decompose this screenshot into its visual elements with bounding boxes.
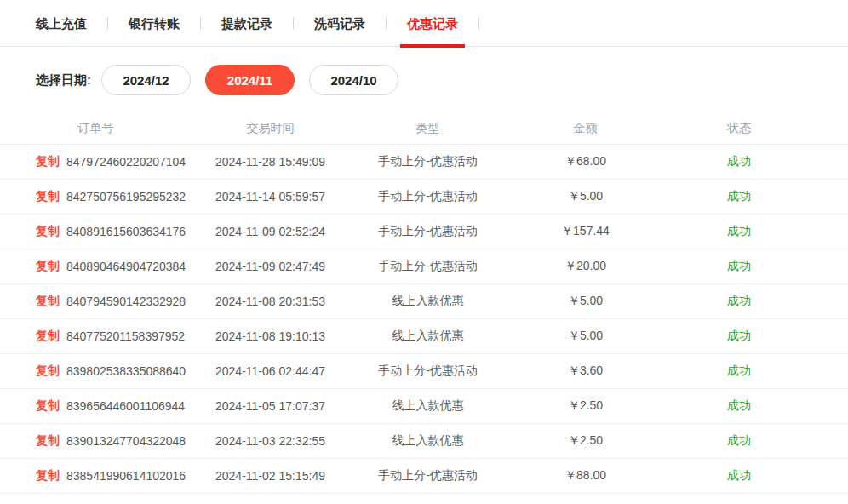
amount-value: ￥20.00	[507, 259, 664, 274]
tab-divider	[293, 17, 294, 30]
header-transaction-time: 交易时间	[192, 121, 349, 136]
transaction-time: 2024-11-28 15:49:09	[192, 155, 349, 169]
transaction-time: 2024-11-02 15:15:49	[192, 469, 349, 483]
table-row: 复制8385419906141020162024-11-02 15:15:49手…	[0, 459, 848, 494]
transaction-type: 手动上分-优惠活动	[349, 259, 507, 274]
transaction-type: 线上入款优惠	[349, 329, 507, 344]
status-value: 成功	[664, 224, 814, 239]
amount-value: ￥5.00	[507, 189, 664, 204]
transaction-time: 2024-11-09 02:52:24	[192, 225, 349, 238]
promo-records-table: 订单号 交易时间 类型 金额 状态 复制84797246022020710420…	[0, 113, 848, 494]
copy-button[interactable]: 复制	[36, 154, 60, 169]
transaction-type: 线上入款优惠	[349, 294, 507, 309]
copy-button[interactable]: 复制	[36, 433, 60, 449]
order-number: 847972460220207104	[66, 155, 186, 169]
table-row: 复制8398025383350886402024-11-06 02:44:47手…	[0, 354, 848, 389]
table-row: 复制8407945901423329282024-11-08 20:31:53线…	[0, 284, 848, 319]
transaction-time: 2024-11-03 22:32:55	[192, 434, 349, 448]
date-button-2024-12[interactable]: 2024/12	[101, 65, 191, 95]
date-button-2024-11[interactable]: 2024/11	[205, 65, 295, 95]
transaction-type: 手动上分-优惠活动	[349, 364, 507, 379]
date-filter: 选择日期: 2024/12 2024/11 2024/10	[0, 65, 848, 95]
tab-divider	[386, 17, 387, 30]
tab-divider	[107, 17, 108, 30]
copy-button[interactable]: 复制	[36, 329, 60, 344]
status-value: 成功	[664, 259, 814, 274]
copy-button[interactable]: 复制	[36, 398, 60, 414]
transaction-type: 线上入款优惠	[349, 398, 507, 414]
tab-divider	[478, 17, 479, 30]
status-value: 成功	[664, 189, 814, 204]
amount-value: ￥5.00	[507, 294, 664, 309]
tab-withdrawal-records[interactable]: 提款记录	[221, 0, 272, 47]
amount-value: ￥2.50	[507, 398, 664, 414]
status-value: 成功	[664, 154, 814, 169]
transaction-time: 2024-11-09 02:47:49	[192, 260, 349, 273]
transaction-time: 2024-11-06 02:44:47	[192, 364, 349, 378]
transaction-type: 手动上分-优惠活动	[349, 189, 507, 204]
transaction-type: 手动上分-优惠活动	[349, 468, 507, 484]
transaction-time: 2024-11-08 19:10:13	[192, 329, 349, 343]
order-number: 840890464904720384	[66, 260, 186, 273]
status-value: 成功	[664, 364, 814, 379]
amount-value: ￥157.44	[507, 224, 664, 239]
status-value: 成功	[664, 433, 814, 449]
header-amount: 金额	[507, 121, 664, 136]
table-body: 复制8479724602202071042024-11-28 15:49:09手…	[0, 145, 848, 494]
table-row: 复制8479724602202071042024-11-28 15:49:09手…	[0, 145, 848, 180]
copy-button[interactable]: 复制	[36, 364, 60, 379]
transaction-type: 手动上分-优惠活动	[349, 154, 507, 169]
status-value: 成功	[664, 468, 814, 484]
record-tabs: 线上充值 银行转账 提款记录 洗码记录 优惠记录	[0, 0, 848, 47]
table-row: 复制8396564460011069442024-11-05 17:07:37线…	[0, 389, 848, 424]
date-button-2024-10[interactable]: 2024/10	[309, 65, 398, 95]
tab-promo-records[interactable]: 优惠记录	[407, 0, 458, 47]
tab-bank-transfer[interactable]: 银行转账	[129, 0, 180, 47]
order-number: 839656446001106944	[66, 399, 185, 413]
copy-button[interactable]: 复制	[36, 224, 60, 239]
order-number: 839013247704322048	[66, 434, 186, 448]
transaction-time: 2024-11-14 05:59:57	[192, 190, 349, 203]
order-number: 838541990614102016	[66, 469, 186, 483]
copy-button[interactable]: 复制	[36, 259, 60, 274]
tab-online-deposit[interactable]: 线上充值	[36, 0, 87, 47]
copy-button[interactable]: 复制	[36, 189, 60, 204]
table-row: 复制8407752011583979522024-11-08 19:10:13线…	[0, 319, 848, 354]
order-number: 840891615603634176	[66, 225, 186, 238]
order-number: 840794590142332928	[66, 295, 186, 308]
table-row: 复制8408916156036341762024-11-09 02:52:24手…	[0, 215, 848, 249]
transaction-type: 手动上分-优惠活动	[349, 224, 507, 239]
order-number: 840775201158397952	[66, 329, 185, 343]
amount-value: ￥2.50	[507, 433, 664, 449]
status-value: 成功	[664, 329, 814, 344]
header-status: 状态	[664, 121, 814, 136]
table-row: 复制8390132477043220482024-11-03 22:32:55线…	[0, 424, 848, 459]
order-number: 842750756195295232	[66, 190, 186, 203]
tab-rebate-records[interactable]: 洗码记录	[314, 0, 365, 47]
amount-value: ￥5.00	[507, 329, 664, 344]
copy-button[interactable]: 复制	[36, 468, 60, 484]
header-type: 类型	[349, 121, 507, 136]
date-filter-label: 选择日期:	[36, 72, 91, 89]
amount-value: ￥68.00	[507, 154, 664, 169]
status-value: 成功	[664, 398, 814, 414]
header-order-number: 订单号	[0, 121, 192, 136]
transaction-time: 2024-11-08 20:31:53	[192, 295, 349, 308]
tab-divider	[200, 17, 201, 30]
transaction-time: 2024-11-05 17:07:37	[192, 399, 349, 413]
status-value: 成功	[664, 294, 814, 309]
amount-value: ￥88.00	[507, 468, 664, 484]
table-header-row: 订单号 交易时间 类型 金额 状态	[0, 113, 848, 145]
table-row: 复制8408904649047203842024-11-09 02:47:49手…	[0, 249, 848, 284]
order-number: 839802538335088640	[66, 364, 186, 378]
copy-button[interactable]: 复制	[36, 294, 60, 309]
amount-value: ￥3.60	[507, 364, 664, 379]
table-row: 复制8427507561952952322024-11-14 05:59:57手…	[0, 180, 848, 215]
transaction-type: 线上入款优惠	[349, 433, 507, 449]
